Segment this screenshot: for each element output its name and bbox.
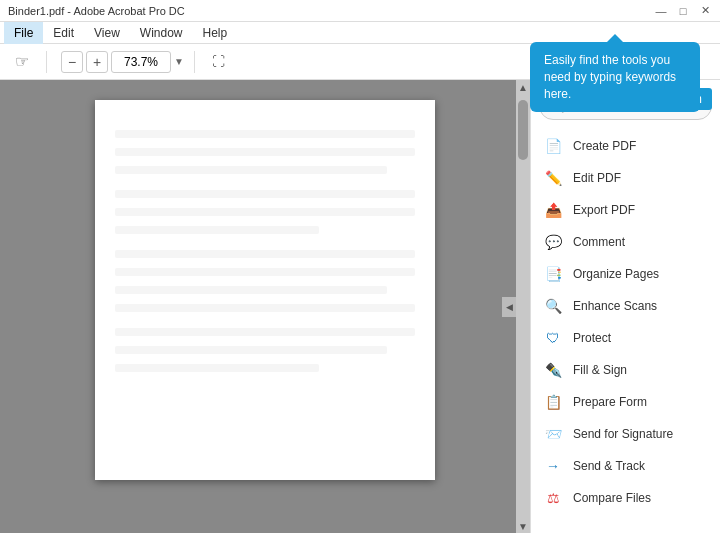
- protect-label: Protect: [573, 331, 611, 345]
- tool-item-comment[interactable]: 💬Comment: [531, 226, 720, 258]
- enhance-scans-icon: 🔍: [543, 296, 563, 316]
- tool-item-enhance-scans[interactable]: 🔍Enhance Scans: [531, 290, 720, 322]
- document-area: ▲ ▼ ◀: [0, 80, 530, 533]
- toolbar-separator-2: [194, 51, 195, 73]
- compare-files-icon: ⚖: [543, 488, 563, 508]
- send-signature-icon: 📨: [543, 424, 563, 444]
- expand-panel-button[interactable]: ◀: [502, 297, 516, 317]
- enhance-scans-label: Enhance Scans: [573, 299, 657, 313]
- zoom-out-button[interactable]: −: [61, 51, 83, 73]
- prepare-form-label: Prepare Form: [573, 395, 647, 409]
- fill-sign-icon: ✒️: [543, 360, 563, 380]
- zoom-in-button[interactable]: +: [86, 51, 108, 73]
- menu-help[interactable]: Help: [193, 22, 238, 44]
- right-panel: Sign In 🔍 📄Create PDF✏️Edit PDF📤Export P…: [530, 80, 720, 533]
- tool-item-organize-pages[interactable]: 📑Organize Pages: [531, 258, 720, 290]
- comment-icon: 💬: [543, 232, 563, 252]
- menu-file[interactable]: File: [4, 22, 43, 44]
- compare-files-label: Compare Files: [573, 491, 651, 505]
- zoom-input[interactable]: [111, 51, 171, 73]
- tool-item-edit-pdf[interactable]: ✏️Edit PDF: [531, 162, 720, 194]
- tool-item-send-track[interactable]: →Send & Track: [531, 450, 720, 482]
- tool-item-compare-files[interactable]: ⚖Compare Files: [531, 482, 720, 514]
- tool-item-export-pdf[interactable]: 📤Export PDF: [531, 194, 720, 226]
- vertical-scrollbar[interactable]: ▲ ▼: [516, 80, 530, 533]
- zoom-control: − + ▼: [61, 51, 184, 73]
- maximize-button[interactable]: □: [676, 4, 690, 18]
- comment-label: Comment: [573, 235, 625, 249]
- tool-item-protect[interactable]: 🛡Protect: [531, 322, 720, 354]
- menu-window[interactable]: Window: [130, 22, 193, 44]
- send-track-label: Send & Track: [573, 459, 645, 473]
- tool-item-fill-sign[interactable]: ✒️Fill & Sign: [531, 354, 720, 386]
- menu-edit[interactable]: Edit: [43, 22, 84, 44]
- create-pdf-icon: 📄: [543, 136, 563, 156]
- prepare-form-icon: 📋: [543, 392, 563, 412]
- export-pdf-icon: 📤: [543, 200, 563, 220]
- fill-sign-label: Fill & Sign: [573, 363, 627, 377]
- tool-item-create-pdf[interactable]: 📄Create PDF: [531, 130, 720, 162]
- close-button[interactable]: ✕: [698, 4, 712, 18]
- send-signature-label: Send for Signature: [573, 427, 673, 441]
- export-pdf-label: Export PDF: [573, 203, 635, 217]
- tool-item-prepare-form[interactable]: 📋Prepare Form: [531, 386, 720, 418]
- create-pdf-label: Create PDF: [573, 139, 636, 153]
- window-controls[interactable]: — □ ✕: [654, 4, 712, 18]
- menu-view[interactable]: View: [84, 22, 130, 44]
- edit-pdf-icon: ✏️: [543, 168, 563, 188]
- title-bar: Binder1.pdf - Adobe Acrobat Pro DC — □ ✕: [0, 0, 720, 22]
- organize-pages-icon: 📑: [543, 264, 563, 284]
- tools-list: 📄Create PDF✏️Edit PDF📤Export PDF💬Comment…: [531, 130, 720, 514]
- window-title: Binder1.pdf - Adobe Acrobat Pro DC: [8, 5, 185, 17]
- document-page: [95, 100, 435, 480]
- edit-pdf-label: Edit PDF: [573, 171, 621, 185]
- organize-pages-label: Organize Pages: [573, 267, 659, 281]
- minimize-button[interactable]: —: [654, 4, 668, 18]
- zoom-dropdown-arrow[interactable]: ▼: [174, 56, 184, 67]
- tool-item-send-signature[interactable]: 📨Send for Signature: [531, 418, 720, 450]
- scroll-thumb[interactable]: [518, 100, 528, 160]
- toolbar-separator: [46, 51, 47, 73]
- send-track-icon: →: [543, 456, 563, 476]
- hand-tool-button[interactable]: ☞: [8, 48, 36, 76]
- protect-icon: 🛡: [543, 328, 563, 348]
- fit-page-button[interactable]: ⛶: [205, 48, 233, 76]
- scroll-down-arrow[interactable]: ▼: [516, 519, 530, 533]
- scroll-up-arrow[interactable]: ▲: [516, 80, 530, 94]
- main-area: ▲ ▼ ◀ Sign In 🔍 📄Create PDF✏️Edit PDF📤Ex…: [0, 80, 720, 533]
- tooltip-bubble: Easily find the tools you need by typing…: [530, 42, 700, 112]
